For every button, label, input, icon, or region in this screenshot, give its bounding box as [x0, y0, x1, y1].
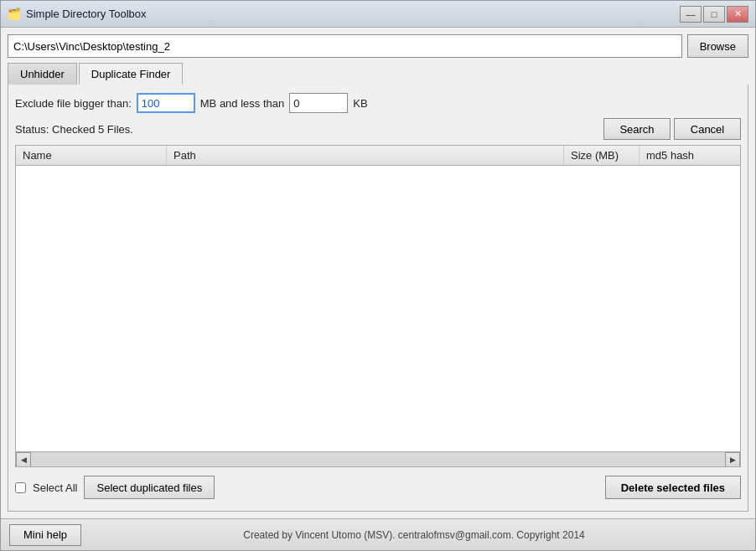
tabs-section: Unhidder Duplicate Finder Exclude file b… [8, 63, 748, 512]
select-all-checkbox[interactable] [15, 482, 26, 493]
search-cancel-buttons: Search Cancel [603, 118, 741, 140]
app-icon: 🗂️ [8, 8, 21, 21]
footer-bar: Mini help Created by Vincent Utomo (MSV)… [1, 518, 755, 550]
and-less-label: MB and less than [200, 97, 284, 110]
window-body: Browse Unhidder Duplicate Finder Exclude… [1, 28, 755, 518]
col-header-name: Name [16, 146, 167, 165]
title-controls: — □ ✕ [680, 6, 748, 23]
tab-duplicate-finder[interactable]: Duplicate Finder [79, 63, 184, 85]
cancel-button[interactable]: Cancel [674, 118, 741, 140]
title-bar-left: 🗂️ Simple Directory Toolbox [8, 8, 147, 21]
col-header-hash: md5 hash [639, 146, 740, 165]
scroll-right-arrow[interactable]: ▶ [725, 452, 740, 467]
kb-input[interactable] [289, 93, 348, 113]
select-duplicates-button[interactable]: Select duplicated files [84, 476, 215, 499]
scroll-track[interactable] [31, 452, 725, 467]
status-search-row: Status: Checked 5 Files. Search Cancel [15, 118, 741, 140]
search-button[interactable]: Search [603, 118, 671, 140]
col-header-path: Path [167, 146, 564, 165]
scroll-left-arrow[interactable]: ◀ [16, 452, 31, 467]
footer-credit: Created by Vincent Utomo (MSV). centralo… [81, 529, 747, 541]
tabs-row: Unhidder Duplicate Finder [8, 63, 748, 85]
browse-button[interactable]: Browse [687, 34, 748, 58]
filter-row: Exclude file bigger than: MB and less th… [15, 93, 741, 113]
mini-help-button[interactable]: Mini help [9, 524, 81, 546]
table-body [16, 166, 740, 451]
path-row: Browse [8, 34, 748, 58]
window-title: Simple Directory Toolbox [26, 8, 147, 20]
horizontal-scrollbar[interactable]: ◀ ▶ [16, 451, 740, 466]
path-input[interactable] [8, 34, 682, 58]
select-all-label: Select All [33, 481, 77, 494]
col-header-size: Size (MB) [564, 146, 639, 165]
table-header: Name Path Size (MB) md5 hash [16, 146, 740, 166]
maximize-button[interactable]: □ [703, 6, 725, 23]
kb-unit-label: KB [353, 97, 367, 110]
close-button[interactable]: ✕ [727, 6, 748, 23]
bottom-controls-row: Select All Select duplicated files Delet… [15, 472, 741, 502]
exclude-label: Exclude file bigger than: [15, 97, 132, 110]
file-table: Name Path Size (MB) md5 hash ◀ ▶ [15, 145, 741, 467]
delete-selected-button[interactable]: Delete selected files [605, 476, 741, 499]
minimize-button[interactable]: — [680, 6, 702, 23]
tab-content-duplicate-finder: Exclude file bigger than: MB and less th… [8, 85, 748, 512]
mb-input[interactable] [137, 93, 195, 113]
title-bar: 🗂️ Simple Directory Toolbox — □ ✕ [1, 1, 755, 28]
tab-unhidder[interactable]: Unhidder [8, 63, 77, 85]
main-window: 🗂️ Simple Directory Toolbox — □ ✕ Browse… [0, 0, 756, 551]
status-text: Status: Checked 5 Files. [15, 123, 133, 136]
